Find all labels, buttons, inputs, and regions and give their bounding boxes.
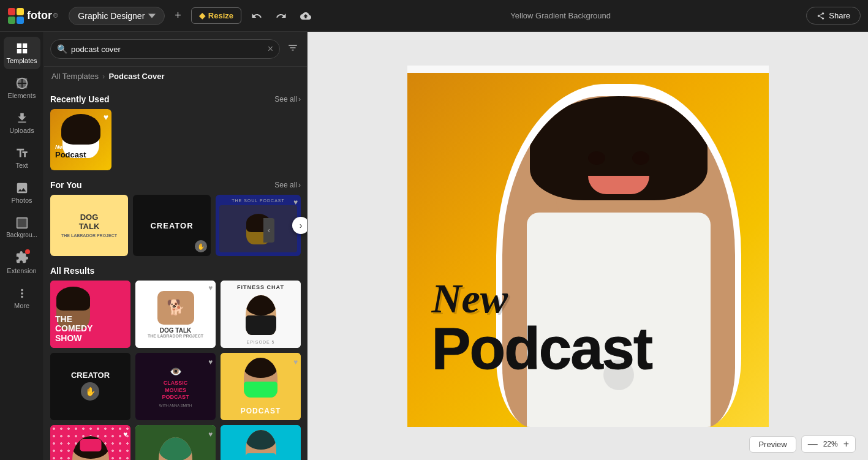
heart-icon[interactable]: ♥ [104, 112, 108, 122]
sidebar-item-more[interactable]: More [4, 282, 40, 314]
all-results-item-creator2[interactable]: CREATOR ✋ [50, 353, 130, 420]
filter-button[interactable] [285, 40, 301, 59]
canvas-area: New Podcast Preview — 22% + [308, 32, 868, 460]
sidebar-item-background[interactable]: Backgrou... [4, 211, 40, 243]
breadcrumb-sep: › [102, 72, 105, 81]
more-icon [15, 287, 29, 300]
all-results-item-new-podcast-teal[interactable]: NEW PODCAST [221, 425, 301, 460]
for-you-next-button[interactable]: › [292, 217, 307, 234]
sidebar-item-uploads[interactable]: Uploads [4, 107, 40, 139]
polka-heart[interactable]: ♥ [123, 428, 127, 439]
share-button[interactable]: Share [806, 7, 861, 25]
filter-icon [287, 42, 298, 53]
recently-used-see-all[interactable]: See all › [274, 95, 301, 104]
add-button[interactable]: + [171, 6, 185, 26]
canvas-text-overlay[interactable]: New Podcast [432, 277, 652, 378]
canvas-image[interactable]: New Podcast [407, 66, 769, 427]
upload-button[interactable] [296, 7, 315, 25]
app-logo[interactable]: fotor ® [7, 7, 58, 25]
sidebar-item-templates[interactable]: Templates [4, 37, 40, 69]
podcast2-heart[interactable]: ♥ [293, 356, 298, 367]
bottom-bar: Preview — 22% + [749, 435, 856, 453]
sidebar-item-photos[interactable]: Photos [4, 176, 40, 209]
redo-button[interactable] [272, 7, 290, 25]
panel-collapse-button[interactable]: ‹ [263, 218, 274, 243]
zoom-in-button[interactable]: + [843, 439, 849, 450]
sidebar-icon-bar: Templates Elements Uploads Text Photos B… [0, 32, 44, 460]
for-you-see-all[interactable]: See all › [274, 181, 301, 189]
all-results-title: All Results [50, 266, 94, 276]
breadcrumb: All Templates › Podcast Cover [44, 67, 307, 86]
zoom-level: 22% [821, 440, 840, 448]
notification-dot [25, 249, 30, 254]
sidebar-item-text[interactable]: Text [4, 141, 40, 174]
svg-rect-1 [17, 8, 24, 15]
search-input-wrap[interactable]: 🔍 × [50, 39, 280, 59]
search-input[interactable] [71, 45, 264, 54]
preview-button[interactable]: Preview [749, 436, 796, 453]
svg-rect-2 [8, 17, 15, 24]
for-you-title: For You [50, 180, 82, 190]
svg-rect-0 [8, 8, 15, 15]
chevron-down-icon [148, 12, 156, 20]
canvas-new-text: New [432, 277, 652, 319]
for-you-header: For You See all › [50, 180, 301, 190]
all-results-item-classic-movies[interactable]: 👁️ CLASSICMOVIESPODCAST WITH ANNA SMITH … [135, 353, 216, 420]
extension-badge-wrap [15, 251, 29, 265]
elements-icon [15, 77, 29, 90]
topbar: fotor ® Graphic Designer + ◆ Resize Yell… [0, 0, 868, 32]
uploads-icon [15, 111, 29, 125]
recently-used-title: Recently Used [50, 94, 109, 104]
text-icon [15, 146, 29, 160]
sidebar-item-extension[interactable]: Extension [4, 246, 40, 279]
diamond-icon: ◆ [199, 11, 205, 20]
canvas-podcast-text: Podcast [432, 319, 652, 378]
undo-button[interactable] [247, 7, 266, 25]
for-you-item-creator[interactable]: CREATOR ✋ [133, 195, 211, 256]
share-icon [817, 12, 825, 20]
for-you-item-dog-talk[interactable]: DOGTALK THE LABRADOR PROJECT [50, 195, 128, 256]
green-heart[interactable]: ♥ [208, 428, 213, 439]
panel-scroll: Recently Used See all › New Podcast [44, 86, 307, 460]
search-icon: 🔍 [57, 44, 67, 54]
filename: Yellow Gradient Background [321, 11, 800, 20]
zoom-out-button[interactable]: — [808, 439, 818, 450]
logo-icon [7, 7, 25, 25]
resize-button[interactable]: ◆ Resize [191, 7, 241, 24]
classic-heart[interactable]: ♥ [208, 356, 213, 367]
recently-used-header: Recently Used See all › [50, 94, 301, 104]
all-results-item-green-woman[interactable]: ♥ [135, 425, 216, 460]
zoom-controls: — 22% + [801, 435, 856, 453]
background-icon [15, 216, 29, 230]
canvas-wrapper: New Podcast [407, 66, 769, 427]
all-results-grid: THECOMEDYSHOW 🐕 DOG TALK THE LABRADOR PR… [50, 281, 301, 460]
clear-icon[interactable]: × [268, 43, 273, 55]
undo-icon [251, 10, 262, 21]
for-you-item-soul-podcast[interactable]: THE SOUL PODCAST ♥ [216, 195, 301, 256]
redo-icon [276, 10, 287, 21]
soul-heart[interactable]: ♥ [293, 198, 298, 206]
upload-icon [300, 10, 311, 21]
sidebar-item-elements[interactable]: Elements [4, 72, 40, 104]
all-results-item-fitness-chat[interactable]: FITNESS CHAT EPISODE 5 [221, 281, 301, 348]
templates-icon [15, 42, 29, 55]
all-results-item-dog-talk2[interactable]: 🐕 DOG TALK THE LABRADOR PROJECT ♥ [135, 281, 216, 348]
photos-icon [15, 181, 29, 195]
templates-panel: 🔍 × All Templates › Podcast Cover Recent… [44, 32, 308, 460]
recently-used-grid: New Podcast ♥ [50, 109, 301, 170]
dogtalk2-heart[interactable]: ♥ [208, 284, 213, 292]
tool-selector[interactable]: Graphic Designer [69, 7, 165, 25]
main-layout: Templates Elements Uploads Text Photos B… [0, 32, 868, 460]
all-results-item-comedy-show[interactable]: THECOMEDYSHOW [50, 281, 130, 348]
search-bar: 🔍 × [44, 32, 307, 67]
logo-text: fotor [27, 9, 52, 22]
all-results-item-polka[interactable]: ♥ [50, 425, 130, 460]
all-results-header: All Results [50, 266, 301, 276]
recently-used-item[interactable]: New Podcast ♥ [50, 109, 111, 170]
svg-rect-3 [17, 17, 24, 24]
all-results-item-podcast-yellow[interactable]: PODCAST ♥ [221, 353, 301, 420]
